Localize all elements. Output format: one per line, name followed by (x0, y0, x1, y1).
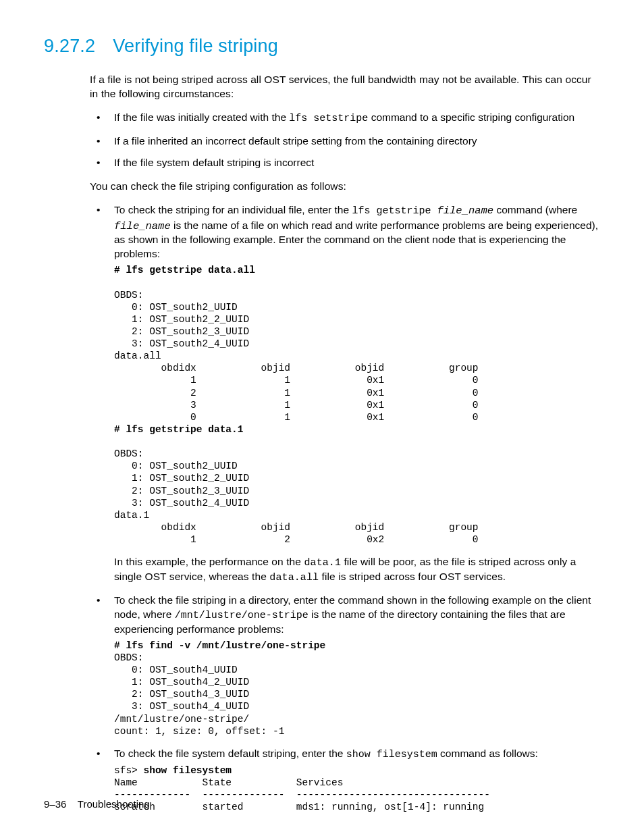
section-heading: 9.27.2Verifying file striping (44, 34, 600, 58)
text: command to a specific striping configura… (368, 111, 574, 123)
footer-label: Troubleshooting (78, 798, 150, 810)
inline-code: data.all (269, 572, 319, 583)
code-output: OBDS: 0: OST_south2_UUID 1: OST_south2_2… (114, 290, 479, 423)
code-command: # lfs getstripe data.1 (114, 424, 243, 435)
code-output: Name State Services ------------- ------… (114, 777, 490, 812)
code-prompt: sfs> (114, 765, 144, 776)
text: If the file was initially created with t… (114, 111, 289, 123)
text: To check the striping for an individual … (114, 204, 352, 215)
code-command: show filesystem (144, 765, 232, 776)
list-item: To check the file system default stripin… (90, 747, 600, 814)
list-item: To check the file striping in a director… (90, 594, 600, 737)
list-item: To check the striping for an individual … (90, 203, 600, 585)
example-explanation: In this example, the performance on the … (114, 555, 600, 585)
text: In this example, the performance on the (114, 556, 304, 567)
steps-list: To check the striping for an individual … (90, 203, 600, 813)
code-command: # lfs find -v /mnt/lustre/one-stripe (114, 640, 325, 651)
section-number: 9.27.2 (44, 34, 95, 58)
text: command as follows: (437, 748, 538, 759)
code-output: OBDS: 0: OST_south4_UUID 1: OST_south4_2… (114, 652, 284, 737)
page-footer: 9–36 Troubleshooting (44, 798, 150, 811)
list-item: If the file was initially created with t… (90, 111, 600, 126)
list-item: If the file system default striping is i… (90, 156, 600, 170)
code-block: # lfs find -v /mnt/lustre/one-stripe OBD… (114, 640, 600, 737)
page-number: 9–36 (44, 798, 66, 810)
list-item: If a file inherited an incorrect default… (90, 134, 600, 149)
text: To check the file system default stripin… (114, 748, 346, 759)
code-block: # lfs getstripe data.all OBDS: 0: OST_so… (114, 264, 600, 546)
section-title-text: Verifying file striping (113, 36, 278, 56)
inline-code-italic: file_name (437, 205, 493, 217)
text: command (where (493, 204, 577, 215)
intro-paragraph: If a file is not being striped across al… (90, 73, 600, 101)
code-output: OBDS: 0: OST_south2_UUID 1: OST_south2_2… (114, 448, 479, 545)
inline-code: /mnt/lustre/one-stripe (175, 610, 308, 621)
code-command: # lfs getstripe data.all (114, 265, 255, 276)
inline-code: data.1 (304, 557, 341, 569)
inline-code: show filesystem (346, 749, 437, 760)
text: is the name of a file on which read and … (114, 219, 598, 260)
circumstances-list: If the file was initially created with t… (90, 111, 600, 170)
inline-code-italic: file_name (114, 220, 171, 232)
check-intro: You can check the file striping configur… (90, 180, 600, 194)
inline-code: lfs setstripe (289, 113, 368, 124)
inline-code: lfs getstripe (352, 205, 437, 217)
text: file is striped across four OST services… (319, 571, 506, 582)
code-block: sfs> show filesystem Name State Services… (114, 764, 600, 814)
